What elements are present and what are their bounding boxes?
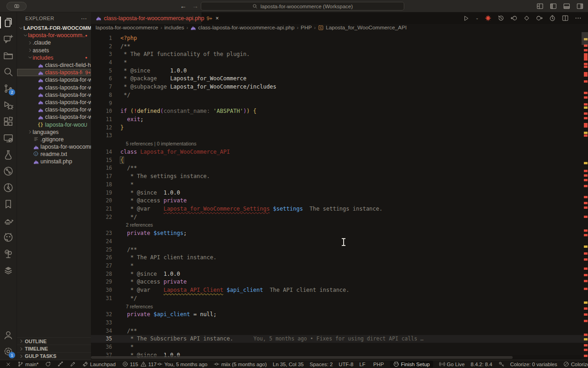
breadcrumb-item[interactable]: laposta-for-woocommerce <box>96 24 158 31</box>
line-number[interactable]: 27 <box>91 262 114 269</box>
status-launchpad[interactable]: Launchpad <box>82 361 116 367</box>
tree-item-laposta-for-woocommerce-[interactable]: laposta-for-woocommerce.... <box>17 143 91 151</box>
activity-bookmarks-button[interactable] <box>0 196 17 212</box>
tree-item-class-laposta-for-wooco-[interactable]: class-laposta-for-wooco... <box>17 91 91 99</box>
code-line-22[interactable]: 22 */ <box>91 213 588 221</box>
tree-item-includes[interactable]: includes● <box>17 54 91 61</box>
diamond-icon[interactable] <box>523 15 530 22</box>
status-colorize-0-variables[interactable]: Colorize: 0 variables <box>510 362 557 367</box>
code-line-29[interactable]: 29 * @access private <box>91 278 588 286</box>
line-number[interactable]: 20 <box>91 197 114 204</box>
breadcrumb-item[interactable]: Laposta_for_WooCommerce_API <box>318 24 407 31</box>
status-close-x[interactable] <box>6 362 11 367</box>
history-icon[interactable] <box>498 15 504 22</box>
status-ln-35-col-35[interactable]: Ln 35, Col 35 <box>273 362 304 367</box>
code-line-28[interactable]: 28 * @since 1.0.0 <box>91 270 588 278</box>
activity-settings-gear-button[interactable]: 1 <box>0 343 17 360</box>
tree-item-uninstall-php[interactable]: uninstall.php <box>17 158 91 165</box>
line-number[interactable]: 7 <box>91 84 114 90</box>
line-number[interactable]: 26 <box>91 254 114 261</box>
section-timeline[interactable]: TIMELINE <box>17 345 91 352</box>
tree-item-laposta-for-woocom-[interactable]: {}laposta-for-woocom...U <box>17 121 91 128</box>
tree-item--claude[interactable]: .claude <box>17 39 91 46</box>
activity-git-graph-button[interactable] <box>0 163 17 179</box>
codelens-link[interactable]: 7 references <box>91 304 153 309</box>
codelens-link[interactable]: 5 references | 0 implementations <box>91 141 197 146</box>
timer-icon[interactable] <box>549 15 556 22</box>
line-number[interactable]: 11 <box>91 116 114 123</box>
breadcrumb-item[interactable]: PHP <box>301 24 312 31</box>
activity-stack-button[interactable] <box>0 262 17 279</box>
line-number[interactable]: 30 <box>91 287 114 293</box>
activity-todo-tree-button[interactable] <box>0 245 17 262</box>
line-number[interactable]: 1 <box>91 35 114 41</box>
line-number[interactable]: 14 <box>91 149 114 155</box>
line-number[interactable]: 36 <box>91 344 114 350</box>
line-number[interactable]: 25 <box>91 246 114 253</box>
line-number[interactable]: 18 <box>91 181 114 188</box>
tree-item-class-laposta-for-wooco-[interactable]: class-laposta-for-wooco... <box>17 113 91 121</box>
code-editor[interactable]: 1<?php2/**3 * The API functionality of t… <box>91 31 588 360</box>
line-number[interactable]: 17 <box>91 173 114 179</box>
code-line-30[interactable]: 30 * @var Laposta_API_Client $api_client… <box>91 286 588 294</box>
code-line-24[interactable]: 24 <box>91 237 588 245</box>
tree-item-class-laposta-for-wooco-[interactable]: class-laposta-for-wooco... <box>17 76 91 84</box>
activity-account-button[interactable] <box>0 327 17 343</box>
tree-item-languages[interactable]: languages <box>17 128 91 136</box>
code-line-31[interactable]: 31 */ <box>91 294 588 302</box>
code-line-16[interactable]: 16 /** <box>91 164 588 173</box>
chevron-right-icon[interactable] <box>27 129 33 134</box>
code-line-2[interactable]: 2/** <box>91 42 588 50</box>
code-line-35[interactable]: 35 * The Subscribers API instance.You, 5… <box>91 335 588 343</box>
tree-item-class-laposta-for-wooco-[interactable]: class-laposta-for-wooco... <box>17 99 91 106</box>
code-line-13[interactable]: 13 <box>91 132 588 140</box>
line-number[interactable]: 35 <box>91 335 114 342</box>
history-forward-button[interactable]: → <box>192 2 198 10</box>
code-line-27[interactable]: 27 * <box>91 262 588 270</box>
chevron-right-icon[interactable] <box>27 40 33 45</box>
code-line-21[interactable]: 21 * @var Laposta_for_WooCommerce_Settin… <box>91 205 588 213</box>
section-outline[interactable]: OUTLINE <box>17 337 91 345</box>
history-back-button[interactable]: ← <box>180 2 187 10</box>
breadcrumb-item[interactable]: includes <box>164 24 184 31</box>
line-number[interactable]: 33 <box>91 319 114 326</box>
chevron-down-icon[interactable] <box>23 33 28 38</box>
activity-extensions-button[interactable] <box>0 113 17 130</box>
tree-item-class-direct-field-handler-[interactable]: class-direct-field-handler.... <box>17 61 91 69</box>
status-you-5-months-ago[interactable]: You, 5 months ago <box>157 361 208 367</box>
status-pencil[interactable] <box>70 361 76 367</box>
line-number[interactable]: 19 <box>91 190 114 196</box>
status-spaces-2[interactable]: Spaces: 2 <box>310 362 333 367</box>
git-blame-annotation[interactable]: You, 5 months ago • Fixes for using dire… <box>254 335 424 342</box>
activity-lamp-button[interactable] <box>0 212 17 229</box>
code-line-19[interactable]: 19 * @since 1.0.0 <box>91 189 588 197</box>
line-number[interactable]: 24 <box>91 238 114 245</box>
run-dropdown-chevron-icon[interactable]: ⌄ <box>475 16 479 20</box>
line-number[interactable]: 6 <box>91 75 114 82</box>
activity-remote-explorer-button[interactable] <box>0 130 17 146</box>
line-number[interactable]: 13 <box>91 132 114 139</box>
code-line-1[interactable]: 1<?php <box>91 34 588 42</box>
status-8-4-2-8-4[interactable]: 8.4.2: 8.4 <box>470 362 492 367</box>
line-number[interactable]: 9 <box>91 100 114 106</box>
tree-item-readme-txt[interactable]: readme.txt <box>17 151 91 158</box>
line-number[interactable]: 2 <box>91 43 114 50</box>
line-number[interactable]: 32 <box>91 311 114 318</box>
line-number[interactable]: 3 <box>91 51 114 57</box>
step-forward-icon[interactable] <box>536 15 543 22</box>
code-line-25[interactable]: 25 /** <box>91 245 588 254</box>
code-line-10[interactable]: 10if (!defined(constant_name: 'ABSPATH')… <box>91 107 588 115</box>
status-colorize[interactable]: Colorize <box>563 361 588 367</box>
status-lf[interactable]: LF <box>359 362 365 367</box>
run-icon[interactable] <box>463 15 469 22</box>
layout-customize-icon[interactable] <box>537 3 543 10</box>
code-line-3[interactable]: 3 * The API functionality of the plugin. <box>91 50 588 58</box>
code-line-18[interactable]: 18 * <box>91 180 588 189</box>
code-line-4[interactable]: 4 * <box>91 58 588 67</box>
tree-item--gitignore[interactable]: .gitignore <box>17 136 91 143</box>
code-line-17[interactable]: 17 * The settings instance. <box>91 172 588 180</box>
activity-search-button[interactable] <box>0 64 17 80</box>
activity-source-control-button[interactable]: 2 <box>0 80 17 97</box>
status-finish-setup[interactable]: Finish Setup <box>390 361 433 368</box>
chevron-down-icon[interactable] <box>27 55 33 60</box>
